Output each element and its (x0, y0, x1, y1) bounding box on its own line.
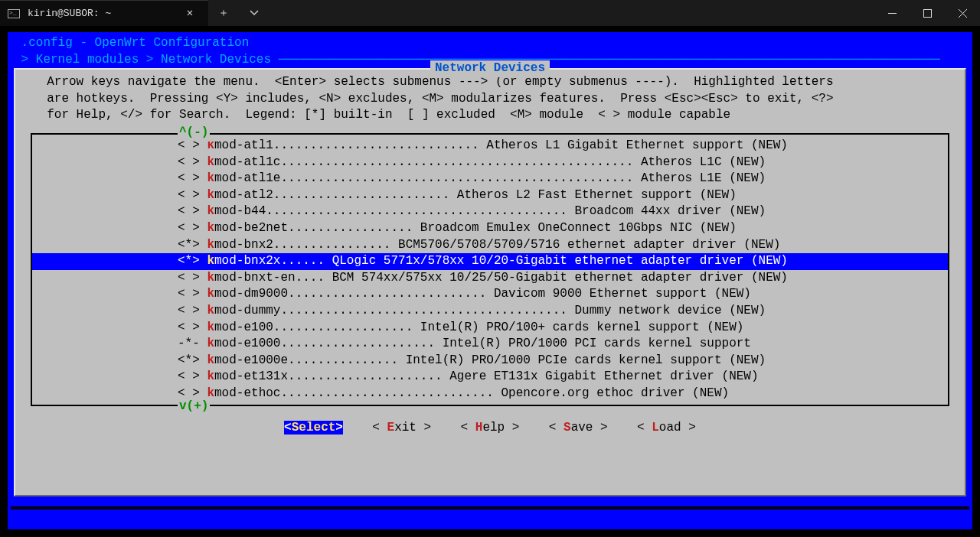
close-window-button[interactable] (945, 0, 980, 26)
svg-rect-1 (923, 9, 931, 17)
option-row-bnx2x[interactable]: <*> kmod-bnx2x...... QLogic 5771x/578xx … (32, 253, 948, 270)
dialog-box: Network Devices Arrow keys navigate the … (14, 68, 966, 496)
option-row-ethoc[interactable]: < > kmod-ethoc..........................… (32, 386, 948, 402)
hotkey-letter: k (207, 204, 214, 218)
terminal-viewport: .config - OpenWrt Configuration > Kernel… (0, 26, 980, 537)
option-row-bnx2[interactable]: <*> kmod-bnx2................ BCM5706/57… (32, 237, 948, 254)
config-title: .config - OpenWrt Configuration (11, 35, 969, 52)
hotkey-letter: k (207, 221, 214, 235)
menuconfig-frame: .config - OpenWrt Configuration > Kernel… (8, 32, 972, 529)
option-row-atl1[interactable]: < > kmod-atl1...........................… (32, 138, 948, 155)
new-tab-button[interactable]: ＋ (208, 0, 239, 26)
titlebar: kirin@SUBOR: ~ ✕ ＋ (0, 0, 980, 26)
dialog-title: Network Devices (430, 60, 550, 77)
option-row-bnxt-en[interactable]: < > kmod-bnxt-en.... BCM 574xx/575xx 10/… (32, 270, 948, 287)
scroll-down-indicator: v(+) (178, 399, 210, 415)
hotkey-letter: k (207, 353, 214, 367)
hotkey-letter: k (207, 254, 214, 268)
hotkey-letter: k (207, 287, 214, 301)
option-row-e1000[interactable]: -*- kmod-e1000..................... Inte… (32, 336, 948, 353)
hotkey-letter: k (207, 155, 214, 169)
help-text: Arrow keys navigate the menu. <Enter> se… (15, 71, 965, 130)
hotkey-letter: k (207, 337, 214, 350)
tab-title: kirin@SUBOR: ~ (28, 7, 172, 21)
terminal-icon (8, 9, 20, 18)
option-row-atl2[interactable]: < > kmod-atl2........................ At… (32, 187, 948, 204)
option-row-be2net[interactable]: < > kmod-be2net................. Broadco… (32, 220, 948, 237)
scroll-up-indicator: ^(-) (178, 125, 210, 142)
frame-bottom-border (11, 506, 969, 509)
tab-dropdown-button[interactable] (239, 0, 270, 26)
close-tab-button[interactable]: ✕ (179, 6, 201, 21)
option-row-e100[interactable]: < > kmod-e100................... Intel(R… (32, 320, 948, 337)
button-bar: <Select> < Exit > < Help > < Save > < Lo… (15, 406, 965, 453)
option-list[interactable]: ^(-) < > kmod-atl1......................… (31, 133, 949, 407)
option-row-et131x[interactable]: < > kmod-et131x..................... Age… (32, 369, 948, 386)
exit-button[interactable]: < Exit > (372, 421, 431, 434)
hotkey-letter: k (207, 321, 214, 334)
option-row-atl1e[interactable]: < > kmod-atl1e..........................… (32, 171, 948, 187)
hotkey-letter: k (207, 369, 214, 383)
option-row-e1000e[interactable]: <*> kmod-e1000e............... Intel(R) … (32, 353, 948, 369)
maximize-button[interactable] (910, 0, 945, 26)
option-row-dummy[interactable]: < > kmod-dummy..........................… (32, 303, 948, 320)
save-button[interactable]: < Save > (549, 421, 608, 434)
terminal-tab[interactable]: kirin@SUBOR: ~ ✕ (0, 0, 208, 26)
option-row-b44[interactable]: < > kmod-b44............................… (32, 203, 948, 220)
hotkey-letter: k (207, 271, 214, 285)
chevron-down-icon (250, 8, 259, 18)
hotkey-letter: k (207, 304, 214, 317)
hotkey-letter: k (207, 238, 214, 252)
option-row-atl1c[interactable]: < > kmod-atl1c..........................… (32, 155, 948, 171)
load-button[interactable]: < Load > (637, 421, 696, 434)
hotkey-letter: k (207, 188, 214, 202)
help-button[interactable]: < Help > (461, 421, 520, 434)
hotkey-letter: k (207, 171, 214, 185)
option-row-dm9000[interactable]: < > kmod-dm9000.........................… (32, 286, 948, 303)
select-button[interactable]: <Select> (284, 421, 343, 434)
minimize-button[interactable] (874, 0, 910, 26)
window-controls (874, 0, 980, 26)
